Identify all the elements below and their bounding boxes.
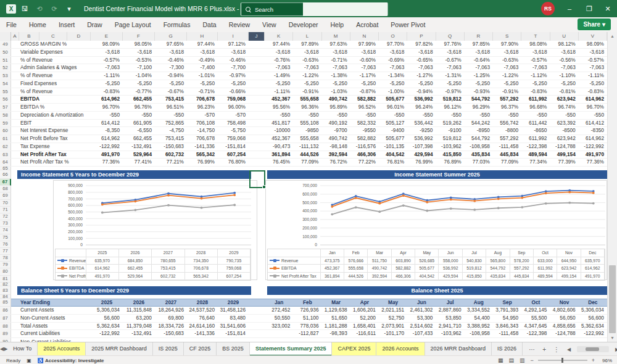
cell[interactable]: 77.41% <box>123 159 155 166</box>
cell[interactable]: 555,658 <box>293 135 321 143</box>
cell[interactable]: -1.34% <box>379 72 407 80</box>
cell[interactable]: 1,606,201 <box>350 307 379 314</box>
cell[interactable]: 611,992 <box>521 135 550 143</box>
cell-spacer-J[interactable] <box>249 127 265 134</box>
cell[interactable]: -141,336 <box>187 143 218 151</box>
cell[interactable]: -0.56% <box>550 57 579 64</box>
cell[interactable]: 5,362,634 <box>579 323 607 330</box>
row-number-62[interactable]: 62 <box>0 143 11 151</box>
cell[interactable]: -9550 <box>350 127 379 134</box>
cell[interactable]: 3,334,552 <box>465 307 493 314</box>
row-label[interactable]: % of Revenue <box>11 72 91 80</box>
cell[interactable]: -3,618 <box>379 49 407 56</box>
cell[interactable]: -0.77% <box>123 88 155 96</box>
sheet-tab-2026-accounts[interactable]: 2026 Accounts <box>376 342 424 356</box>
cell[interactable]: -8,350 <box>91 127 123 134</box>
cell[interactable]: -0.91% <box>293 88 321 96</box>
cell[interactable]: 11,379,048 <box>123 323 155 330</box>
cell[interactable]: -7,063 <box>265 64 293 72</box>
cell[interactable]: -5,250 <box>218 80 249 88</box>
column-header-I[interactable]: I <box>218 32 249 41</box>
cell[interactable]: 97.44% <box>187 41 218 48</box>
cell[interactable]: 95.56% <box>265 104 293 111</box>
cell[interactable]: -7,063 <box>91 64 123 72</box>
row-label[interactable]: % of Revenue <box>11 88 91 96</box>
share-button[interactable]: Share ▾ <box>578 19 611 30</box>
cell[interactable]: -0.83% <box>91 88 123 96</box>
cell[interactable]: 96.52% <box>350 104 379 111</box>
row-number-70[interactable]: 70 <box>0 200 11 207</box>
cell[interactable]: -5,250 <box>91 80 123 88</box>
cell[interactable]: 429,594 <box>407 151 436 159</box>
cell[interactable]: -5,250 <box>293 80 321 88</box>
cell[interactable]: 96.68% <box>521 104 550 111</box>
cell[interactable]: -1.22% <box>493 72 521 80</box>
cell[interactable]: 392,594 <box>322 151 350 159</box>
qat-customize-caret-icon[interactable]: ▾ <box>63 5 75 13</box>
vertical-scrollbar[interactable]: ▲ ▼ <box>607 32 617 342</box>
cell[interactable]: 614,412 <box>579 120 607 127</box>
cell[interactable]: 77.09% <box>493 159 521 166</box>
row-label[interactable]: Tax Expense <box>11 143 91 151</box>
cell[interactable]: -0.46% <box>155 57 187 64</box>
zoom-slider[interactable] <box>538 360 587 361</box>
cell[interactable]: 445,834 <box>493 151 521 159</box>
cell[interactable]: 602,732 <box>155 151 187 159</box>
cell[interactable]: -0.87% <box>350 88 379 96</box>
cell[interactable]: -1.27% <box>407 72 436 80</box>
row-label[interactable]: EBITDA <box>11 96 91 103</box>
cell[interactable]: -5,250 <box>579 80 607 88</box>
cell[interactable]: -3,618 <box>91 49 123 56</box>
cell[interactable]: 98.12% <box>550 41 579 48</box>
cell[interactable]: 96.70% <box>91 104 123 111</box>
cell[interactable]: -1.38% <box>322 72 350 80</box>
sheet-tab-is-2025[interactable]: IS 2025 <box>153 342 184 356</box>
cell[interactable]: 505,127 <box>379 120 407 127</box>
cell[interactable]: 97.63% <box>322 41 350 48</box>
sheet-tab-2025-mrr-dashboard[interactable]: 2025 MRR Dashboard <box>86 342 153 356</box>
cell[interactable]: -111,458 <box>493 143 521 151</box>
cell[interactable]: -5,250 <box>550 80 579 88</box>
cell[interactable]: -0.57% <box>521 57 550 64</box>
cell[interactable]: 54,400 <box>465 315 493 322</box>
cell[interactable]: -122,992 <box>91 143 123 151</box>
cell[interactable]: 95.89% <box>322 104 350 111</box>
row-label[interactable]: Fixed Expenses <box>11 80 91 88</box>
cell[interactable]: -111,132 <box>293 143 321 151</box>
cell[interactable]: -0.66% <box>218 88 249 96</box>
year-header[interactable]: 2026 <box>123 299 155 306</box>
cell[interactable]: 519,812 <box>436 96 465 103</box>
cell[interactable]: 565,342 <box>187 151 218 159</box>
row-number-50[interactable]: 50 <box>0 49 11 56</box>
cell[interactable]: -1.11% <box>579 72 607 80</box>
cell-spacer-J[interactable] <box>249 135 265 143</box>
cell[interactable]: -151,814 <box>218 330 249 337</box>
column-header-N[interactable]: N <box>350 32 379 41</box>
sheet-tab-statements-summary-2025[interactable]: Statements Summary 2025 <box>250 342 333 356</box>
cell[interactable]: 490,742 <box>322 135 350 143</box>
cell[interactable]: 452,367 <box>265 96 293 103</box>
column-header-J[interactable]: J <box>249 32 265 41</box>
row-number-57[interactable]: 57 <box>0 104 11 111</box>
cell[interactable]: 607,254 <box>218 151 249 159</box>
macro-record-icon[interactable]: ▣ <box>27 358 31 363</box>
row-label[interactable]: Non-Current Assets <box>11 315 91 322</box>
column-header-M[interactable]: M <box>322 32 350 41</box>
cell[interactable]: -570 <box>218 112 249 119</box>
cell[interactable]: -1.49% <box>265 72 293 80</box>
row-number-64[interactable]: 64 <box>0 159 11 166</box>
cell[interactable]: 77.39% <box>550 159 579 166</box>
column-header-C[interactable]: C <box>39 32 67 41</box>
cell[interactable]: -151,814 <box>218 143 249 151</box>
month-header[interactable]: Feb <box>293 299 321 306</box>
cell[interactable]: 489,594 <box>521 151 550 159</box>
month-header[interactable]: Nov <box>550 299 579 306</box>
cell[interactable]: 536,992 <box>407 135 436 143</box>
ribbon-tab-power-pivot[interactable]: Power Pivot <box>384 18 431 32</box>
restore-button[interactable]: ❐ <box>580 0 598 17</box>
cell[interactable]: -5,250 <box>521 80 550 88</box>
row-label[interactable]: GROSS MARGIN % <box>11 41 91 48</box>
cell[interactable]: -9400 <box>379 127 407 134</box>
row-label[interactable]: Depreciation & Amortization <box>11 112 91 119</box>
cell[interactable]: -9250 <box>407 127 436 134</box>
